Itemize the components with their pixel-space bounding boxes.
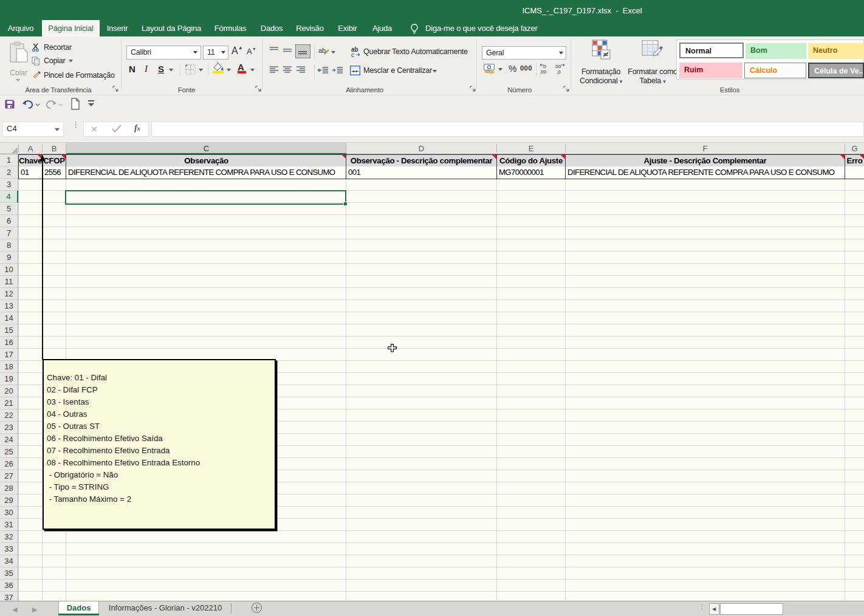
- svg-text:c: c: [351, 52, 354, 57]
- svg-text:,0: ,0: [557, 69, 561, 74]
- svg-text:.00: .00: [554, 64, 561, 69]
- svg-text:,00: ,00: [540, 69, 547, 74]
- svg-text:.0: .0: [542, 64, 546, 69]
